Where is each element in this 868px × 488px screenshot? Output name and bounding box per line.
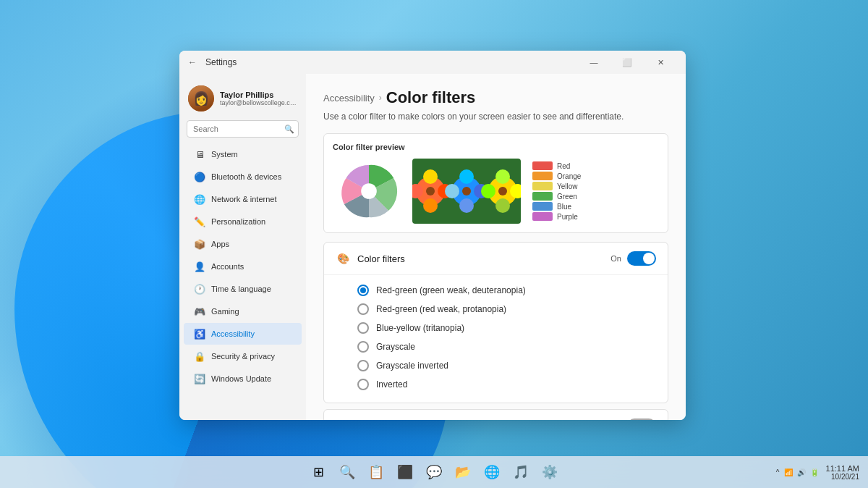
color-filters-row: 🎨 Color filters On bbox=[324, 243, 668, 275]
back-button[interactable]: ← bbox=[188, 56, 200, 68]
breadcrumb: Accessibility › Color filters bbox=[323, 88, 668, 107]
radio-option-red-green-weak[interactable]: Red-green (green weak, deuteranopia) bbox=[357, 281, 656, 300]
avatar: 👩 bbox=[188, 85, 214, 112]
close-button[interactable]: ✕ bbox=[644, 51, 677, 74]
page-title: Color filters bbox=[386, 88, 475, 107]
svg-point-16 bbox=[495, 198, 510, 213]
colorful-image bbox=[412, 159, 521, 224]
search-input[interactable] bbox=[187, 120, 299, 138]
flowers-svg bbox=[412, 159, 521, 224]
color-filters-icon: 🎨 bbox=[336, 251, 350, 266]
sidebar: 👩 Taylor Phillips taylor@bellowscollege.… bbox=[179, 74, 306, 420]
radio-option-blue-yellow[interactable]: Blue-yellow (tritanopia) bbox=[357, 319, 656, 337]
svg-point-1 bbox=[361, 183, 377, 199]
main-content: Accessibility › Color filters Use a colo… bbox=[306, 74, 686, 420]
color-filters-toggle[interactable] bbox=[627, 251, 656, 266]
breadcrumb-separator: › bbox=[379, 93, 382, 103]
sidebar-item-bluetooth[interactable]: 🔵 Bluetooth & devices bbox=[184, 166, 302, 188]
radio-option-red-green-red[interactable]: Red-green (red weak, protanopia) bbox=[357, 300, 656, 319]
battery-icon[interactable]: 🔋 bbox=[810, 468, 819, 476]
radio-label-red-green-red: Red-green (red weak, protanopia) bbox=[376, 304, 506, 314]
color-swatches: Red Orange Yellow Green bbox=[532, 161, 581, 221]
taskbar-sys-icons: ^ 📶 🔊 🔋 bbox=[776, 468, 819, 476]
taskbar-search-button[interactable]: 🔍 bbox=[334, 459, 360, 485]
pie-chart-svg bbox=[336, 159, 401, 224]
sidebar-item-accessibility[interactable]: ♿ Accessibility bbox=[184, 323, 302, 345]
wifi-icon[interactable]: 📶 bbox=[784, 468, 793, 476]
taskbar-taskview-button[interactable]: 📋 bbox=[363, 459, 389, 485]
radio-circle-inverted bbox=[357, 379, 369, 390]
gaming-icon: 🎮 bbox=[194, 306, 205, 317]
keyboard-shortcut-toggle[interactable] bbox=[627, 418, 656, 420]
swatch-row-green: Green bbox=[532, 192, 581, 201]
taskbar-files-button[interactable]: 📂 bbox=[450, 459, 476, 485]
taskbar-widgets-button[interactable]: ⬛ bbox=[392, 459, 418, 485]
taskbar-edge-button[interactable]: 🌐 bbox=[479, 459, 505, 485]
sidebar-item-personalization-label: Personalization bbox=[211, 217, 265, 226]
security-icon: 🔒 bbox=[194, 350, 205, 362]
swatch-row-blue: Blue bbox=[532, 202, 581, 211]
sidebar-item-apps[interactable]: 📦 Apps bbox=[184, 233, 302, 255]
sidebar-item-time[interactable]: 🕐 Time & language bbox=[184, 278, 302, 300]
search-icon: 🔍 bbox=[284, 125, 294, 134]
windows-update-icon: 🔄 bbox=[194, 373, 205, 384]
svg-point-6 bbox=[423, 198, 438, 213]
sidebar-item-accounts[interactable]: 👤 Accounts bbox=[184, 256, 302, 277]
preview-label: Color filter preview bbox=[333, 143, 659, 151]
minimize-button[interactable]: — bbox=[577, 51, 610, 74]
personalization-icon: ✏️ bbox=[194, 216, 205, 227]
svg-point-17 bbox=[481, 184, 495, 198]
sidebar-item-network[interactable]: 🌐 Network & internet bbox=[184, 188, 302, 210]
swatch-blue bbox=[532, 202, 553, 211]
sidebar-item-gaming[interactable]: 🎮 Gaming bbox=[184, 300, 302, 322]
swatch-green bbox=[532, 192, 553, 201]
user-profile[interactable]: 👩 Taylor Phillips taylor@bellowscollege.… bbox=[179, 80, 306, 120]
window-title: Settings bbox=[205, 57, 237, 67]
page-description: Use a color filter to make colors on you… bbox=[323, 112, 668, 122]
sidebar-item-windows-update[interactable]: 🔄 Windows Update bbox=[184, 368, 302, 390]
user-info: Taylor Phillips taylor@bellowscollege.co… bbox=[220, 91, 297, 106]
toggle-knob bbox=[643, 253, 655, 264]
radio-circle-blue-yellow bbox=[357, 322, 369, 334]
sidebar-item-system[interactable]: 🖥 System bbox=[184, 143, 302, 165]
taskbar-chat-button[interactable]: 💬 bbox=[421, 459, 447, 485]
settings-window: ← Settings — ⬜ ✕ 👩 Taylor Phillips taylo… bbox=[179, 51, 686, 420]
maximize-button[interactable]: ⬜ bbox=[610, 51, 644, 74]
swatch-yellow bbox=[532, 182, 553, 190]
color-filters-row-right: On bbox=[610, 251, 656, 266]
svg-point-12 bbox=[445, 184, 459, 198]
taskbar-center: ⊞ 🔍 📋 ⬛ 💬 📂 🌐 🎵 ⚙️ bbox=[305, 459, 563, 485]
radio-circle-red-green-weak bbox=[357, 285, 369, 296]
sidebar-item-system-label: System bbox=[211, 150, 238, 159]
taskbar-start-button[interactable]: ⊞ bbox=[305, 459, 331, 485]
title-bar-controls: — ⬜ ✕ bbox=[577, 51, 677, 74]
sidebar-item-time-label: Time & language bbox=[211, 285, 271, 293]
taskbar-right: ^ 📶 🔊 🔋 11:11 AM 10/20/21 bbox=[776, 464, 859, 481]
radio-option-grayscale[interactable]: Grayscale bbox=[357, 337, 656, 356]
swatch-row-yellow: Yellow bbox=[532, 182, 581, 190]
swatch-purple bbox=[532, 212, 553, 221]
color-filter-preview-section: Color filter preview bbox=[323, 133, 668, 233]
radio-label-red-green-weak: Red-green (green weak, deuteranopia) bbox=[376, 285, 526, 295]
radio-dot-selected bbox=[360, 287, 366, 293]
chevron-up-icon[interactable]: ^ bbox=[776, 468, 780, 476]
svg-point-4 bbox=[423, 169, 438, 184]
taskbar-settings-button[interactable]: ⚙️ bbox=[537, 459, 563, 485]
radio-option-grayscale-inverted[interactable]: Grayscale inverted bbox=[357, 356, 656, 375]
taskbar-music-button[interactable]: 🎵 bbox=[508, 459, 534, 485]
breadcrumb-parent[interactable]: Accessibility bbox=[323, 93, 375, 104]
radio-options: Red-green (green weak, deuteranopia) Red… bbox=[324, 275, 668, 403]
taskbar-date-display: 10/20/21 bbox=[826, 473, 859, 481]
preview-images: Red Orange Yellow Green bbox=[333, 159, 659, 224]
taskbar-time[interactable]: 11:11 AM 10/20/21 bbox=[826, 464, 859, 481]
volume-icon[interactable]: 🔊 bbox=[797, 468, 806, 476]
sidebar-item-personalization[interactable]: ✏️ Personalization bbox=[184, 211, 302, 232]
svg-point-14 bbox=[495, 169, 510, 184]
sidebar-item-security[interactable]: 🔒 Security & privacy bbox=[184, 345, 302, 367]
sidebar-item-security-label: Security & privacy bbox=[211, 352, 275, 361]
radio-option-inverted[interactable]: Inverted bbox=[357, 375, 656, 394]
apps-icon: 📦 bbox=[194, 238, 205, 250]
svg-point-11 bbox=[459, 198, 474, 213]
window-body: 👩 Taylor Phillips taylor@bellowscollege.… bbox=[179, 74, 686, 420]
swatch-orange bbox=[532, 172, 553, 180]
